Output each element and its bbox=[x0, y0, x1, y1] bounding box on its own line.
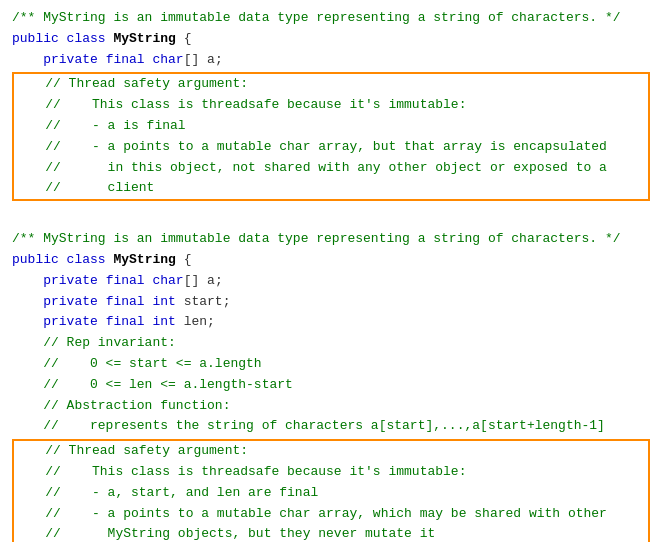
highlight-box-1: // Thread safety argument: // This class… bbox=[12, 72, 650, 201]
b1l2: public class MyString { bbox=[12, 31, 191, 46]
h1l6: // client bbox=[14, 180, 154, 195]
h2l2: // This class is threadsafe because it's… bbox=[14, 464, 466, 479]
h2l5: // MyString objects, but they never muta… bbox=[14, 526, 435, 541]
b2l1-comment: /** MyString is an immutable data type r… bbox=[12, 231, 621, 246]
h1l1: // Thread safety argument: bbox=[14, 76, 248, 91]
h1l3: // - a is final bbox=[14, 118, 186, 133]
code-view: /** MyString is an immutable data type r… bbox=[12, 8, 650, 542]
b2l4: private final int start; bbox=[12, 294, 230, 309]
h1l4: // - a points to a mutable char array, b… bbox=[14, 139, 607, 154]
b2l9: // Abstraction function: bbox=[12, 398, 230, 413]
b1l1-comment: /** MyString is an immutable data type r… bbox=[12, 10, 621, 25]
code-block-2: /** MyString is an immutable data type r… bbox=[12, 229, 650, 542]
code-block-1: /** MyString is an immutable data type r… bbox=[12, 8, 650, 201]
b2l7: // 0 <= start <= a.length bbox=[12, 356, 262, 371]
b1l3: private final char[] a; bbox=[12, 52, 223, 67]
highlight-box-2: // Thread safety argument: // This class… bbox=[12, 439, 650, 542]
h2l3: // - a, start, and len are final bbox=[14, 485, 318, 500]
h1l2: // This class is threadsafe because it's… bbox=[14, 97, 466, 112]
b2l10: // represents the string of characters a… bbox=[12, 418, 605, 433]
h2l1: // Thread safety argument: bbox=[14, 443, 248, 458]
b2l2: public class MyString { bbox=[12, 252, 191, 267]
h2l4: // - a points to a mutable char array, w… bbox=[14, 506, 607, 521]
b2l8: // 0 <= len <= a.length-start bbox=[12, 377, 293, 392]
b2l6: // Rep invariant: bbox=[12, 335, 176, 350]
b2l5: private final int len; bbox=[12, 314, 215, 329]
b2l3: private final char[] a; bbox=[12, 273, 223, 288]
h1l5: // in this object, not shared with any o… bbox=[14, 160, 607, 175]
